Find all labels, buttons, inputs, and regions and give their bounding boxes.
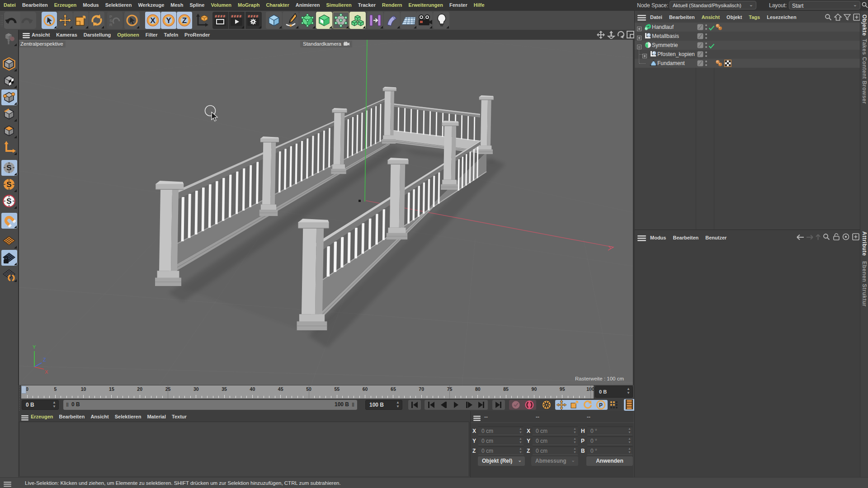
svg-text:S: S [6,164,11,172]
svg-text:Y: Y [166,16,171,25]
svg-text:Y: Y [33,344,36,350]
svg-text:Z: Z [43,357,46,362]
svg-text:S: S [6,180,11,189]
svg-text:R: R [109,23,113,27]
svg-text:Z: Z [182,16,187,25]
svg-text:X: X [45,369,48,375]
svg-text:P: P [599,402,603,408]
svg-text:X: X [150,16,156,25]
svg-text:S: S [6,197,11,206]
